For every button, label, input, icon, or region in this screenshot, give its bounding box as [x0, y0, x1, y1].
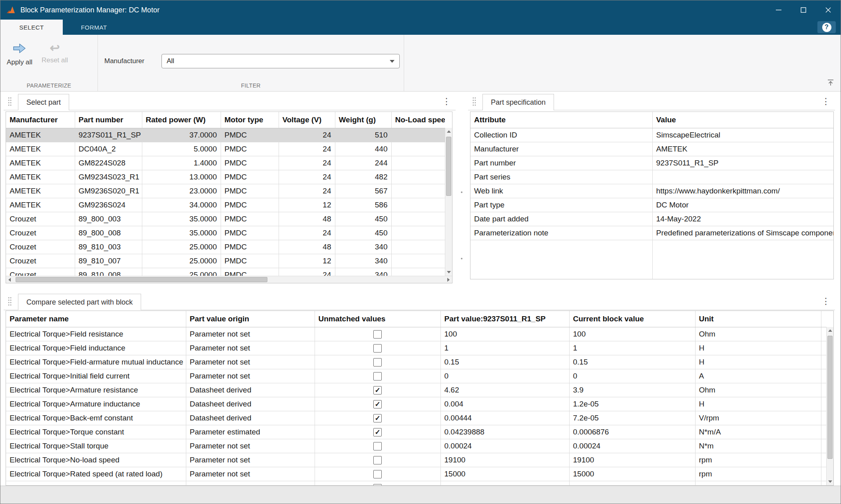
- column-header[interactable]: Current block value: [569, 311, 695, 327]
- tab-compare[interactable]: Compare selected part with block: [18, 294, 141, 310]
- part-cell: GM8224S028: [75, 156, 142, 170]
- block-value-cell: 100: [569, 327, 695, 341]
- compare-row: Electrical Torque>Initial field currentP…: [6, 369, 826, 383]
- tab-format[interactable]: FORMAT: [63, 20, 125, 35]
- part-cell: 24: [279, 268, 335, 276]
- scroll-left-button[interactable]: [6, 276, 13, 283]
- tab-select-part[interactable]: Select part: [18, 94, 69, 110]
- part-row[interactable]: Crouzet89_810_00825.0000PMDC24340: [6, 268, 445, 276]
- part-cell: PMDC: [221, 226, 279, 240]
- panel-menu-button[interactable]: ⋮: [821, 97, 830, 106]
- compare-row: Electrical Torque>Armature inductanceDat…: [6, 397, 826, 411]
- unmatched-checkbox[interactable]: [373, 358, 382, 367]
- part-row[interactable]: AMETEKGM9234S023_R113.0000PMDC24482: [6, 170, 445, 184]
- part-cell: PMDC: [221, 240, 279, 254]
- filler-cell: [821, 453, 826, 467]
- column-header[interactable]: Unmatched values: [315, 311, 440, 327]
- unmatched-checkbox[interactable]: ✓: [373, 428, 382, 436]
- vertical-scrollbar[interactable]: [445, 128, 452, 276]
- unit-cell: Ohm: [695, 327, 821, 341]
- part-cell: 12: [279, 198, 335, 212]
- column-header[interactable]: Motor type: [221, 112, 279, 128]
- scroll-right-button[interactable]: [445, 276, 452, 283]
- unmatched-checkbox[interactable]: [373, 470, 382, 478]
- maximize-button[interactable]: [791, 0, 816, 20]
- unmatched-checkbox[interactable]: ✓: [373, 414, 382, 422]
- unmatched-checkbox[interactable]: [373, 330, 382, 339]
- part-row[interactable]: AMETEKGM8224S0281.4000PMDC24244: [6, 156, 445, 170]
- part-cell: PMDC: [221, 156, 279, 170]
- unmatched-checkbox[interactable]: [373, 344, 382, 353]
- column-header[interactable]: Part value:9237S011_R1_SP: [440, 311, 569, 327]
- column-header[interactable]: Rated power (W): [142, 112, 221, 128]
- part-cell: 34.0000: [142, 198, 221, 212]
- unmatched-checkbox[interactable]: [373, 372, 382, 380]
- compare-row: Electrical Torque>Field resistanceParame…: [6, 327, 826, 341]
- manufacturer-dropdown[interactable]: All: [161, 54, 400, 68]
- apply-all-button[interactable]: Apply all: [2, 43, 37, 66]
- part-cell: PMDC: [221, 212, 279, 226]
- column-header[interactable]: Unit: [695, 311, 821, 327]
- tab-part-specification[interactable]: Part specification: [482, 94, 554, 110]
- parameter-name-cell: Electrical Torque>Rated speed (at rated …: [6, 467, 186, 481]
- part-cell: Crouzet: [6, 212, 75, 226]
- unmatched-checkbox[interactable]: ✓: [373, 386, 382, 394]
- column-header[interactable]: Part value origin: [186, 311, 315, 327]
- panel-menu-button[interactable]: ⋮: [442, 97, 451, 106]
- column-header[interactable]: Parameter name: [6, 311, 186, 327]
- drag-grip-icon[interactable]: [472, 96, 476, 107]
- scroll-up-button[interactable]: [827, 327, 834, 334]
- spec-row: Collection IDSimscapeElectrical: [470, 128, 833, 142]
- value-cell: [652, 170, 833, 184]
- block-value-cell: 19100: [569, 453, 695, 467]
- part-value-cell: 0.004: [440, 397, 569, 411]
- unmatched-checkbox[interactable]: [373, 484, 382, 485]
- parameterize-section-label: PARAMETERIZE: [0, 82, 98, 89]
- drag-grip-icon[interactable]: [8, 96, 12, 107]
- filler-cell: [821, 411, 826, 425]
- panel-splitter[interactable]: [459, 93, 464, 287]
- part-row[interactable]: AMETEKDC040A_25.0000PMDC24440: [6, 142, 445, 156]
- part-cell: [391, 184, 445, 198]
- scroll-down-button[interactable]: [445, 269, 452, 276]
- attribute-cell: Web link: [470, 184, 652, 198]
- unmatched-cell: ✓: [315, 411, 440, 425]
- part-row[interactable]: AMETEKGM9236S020_R123.0000PMDC24567: [6, 184, 445, 198]
- parameter-name-cell: Electrical Torque>Torque constant: [6, 425, 186, 439]
- part-row[interactable]: AMETEK9237S011_R1_SP37.0000PMDC24510: [6, 128, 445, 142]
- unmatched-checkbox[interactable]: [373, 442, 382, 450]
- part-row[interactable]: AMETEKGM9236S02434.0000PMDC12586: [6, 198, 445, 212]
- column-header[interactable]: Part number: [75, 112, 142, 128]
- reset-all-button[interactable]: ↩ Reset all: [37, 43, 72, 64]
- column-header[interactable]: Voltage (V): [279, 112, 335, 128]
- scrollbar-thumb[interactable]: [827, 336, 833, 459]
- part-row[interactable]: Crouzet89_810_00325.0000PMDC48340: [6, 240, 445, 254]
- vertical-scrollbar[interactable]: [826, 327, 833, 485]
- column-header[interactable]: Manufacturer: [6, 112, 75, 128]
- panel-menu-button[interactable]: ⋮: [821, 297, 830, 306]
- close-button[interactable]: [816, 0, 841, 20]
- scroll-up-button[interactable]: [445, 128, 452, 135]
- scrollbar-thumb[interactable]: [16, 277, 267, 282]
- column-header[interactable]: Weight (g): [335, 112, 391, 128]
- unmatched-cell: [315, 439, 440, 453]
- minimize-button[interactable]: [766, 0, 791, 20]
- scroll-down-button[interactable]: [827, 478, 834, 485]
- part-row[interactable]: Crouzet89_800_00335.0000PMDC48450: [6, 212, 445, 226]
- parts-table-viewport: ManufacturerPart numberRated power (W)Mo…: [6, 112, 445, 276]
- part-cell: 25.0000: [142, 240, 221, 254]
- column-header[interactable]: Attribute: [470, 112, 652, 128]
- unit-cell: rpm: [695, 453, 821, 467]
- part-row[interactable]: Crouzet89_810_00725.0000PMDC12340: [6, 254, 445, 268]
- drag-grip-icon[interactable]: [8, 296, 12, 307]
- column-header[interactable]: Value: [652, 112, 833, 128]
- collapse-ribbon-button[interactable]: [826, 79, 835, 88]
- scrollbar-thumb[interactable]: [446, 137, 451, 196]
- help-button[interactable]: ?: [817, 21, 836, 33]
- unmatched-checkbox[interactable]: ✓: [373, 400, 382, 408]
- tab-select[interactable]: SELECT: [0, 20, 63, 35]
- horizontal-scrollbar[interactable]: [6, 276, 452, 283]
- column-header[interactable]: No-Load speed: [391, 112, 445, 128]
- unmatched-checkbox[interactable]: [373, 456, 382, 464]
- part-row[interactable]: Crouzet89_800_00835.0000PMDC24450: [6, 226, 445, 240]
